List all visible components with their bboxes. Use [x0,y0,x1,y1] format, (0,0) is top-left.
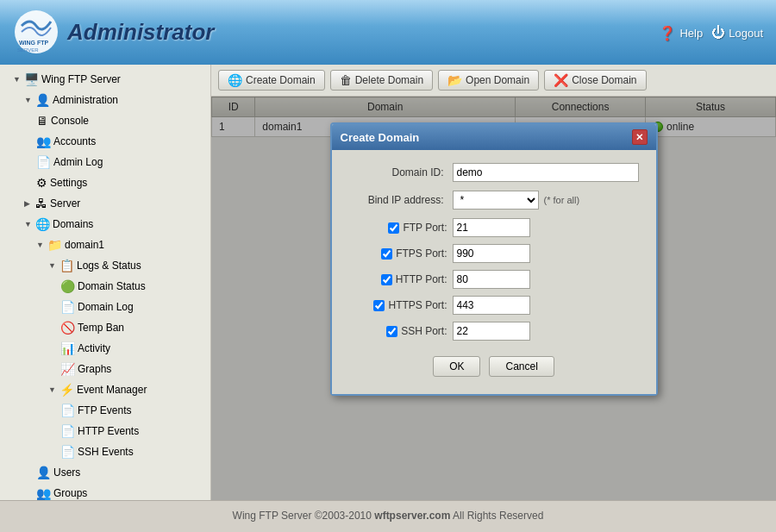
ftp-events-label: FTP Events [78,404,131,416]
ftp-port-input[interactable] [453,218,530,237]
sidebar-item-event-manager[interactable]: ▼ ⚡ Event Manager [0,379,210,400]
sidebar-item-groups[interactable]: 👥 Groups [0,483,210,500]
logs-label: Logs & Status [77,260,141,272]
wing-ftp-icon: 🖥️ [24,72,39,86]
users-icon: 👤 [36,466,51,479]
domain-status-label: Domain Status [78,280,146,292]
http-port-label: HTTP Port: [396,273,447,285]
bind-ip-hint: (* for all) [544,195,580,205]
server-icon: 🖧 [35,197,47,210]
domain-id-input[interactable] [453,163,639,182]
domain-log-icon: 📄 [60,300,75,314]
ftps-port-row: FTPS Port: [349,244,639,263]
ftps-port-label: FTPS Port: [396,247,447,260]
server-label: Server [50,197,80,210]
modal-close-button[interactable]: ✕ [632,129,648,145]
toggle-events[interactable]: ▼ [48,385,57,394]
sidebar-item-administration[interactable]: ▼ 👤 Administration [0,90,210,110]
sidebar-item-graphs[interactable]: 📈 Graphs [0,359,210,379]
header: WING FTP SERVER Administrator ❓ Help ⏻ L… [0,0,776,65]
create-domain-modal: Create Domain ✕ Domain ID: Bind IP addre… [330,122,658,396]
domains-label: Domains [53,218,93,230]
content: 🌐 Create Domain 🗑 Delete Domain 📂 Open D… [211,65,776,500]
domain1-icon: 📁 [47,238,62,252]
main: ▼ 🖥️ Wing FTP Server ▼ 👤 Administration … [0,65,776,500]
graphs-icon: 📈 [60,362,75,376]
https-port-checkbox[interactable] [373,300,385,311]
domain-status-icon: 🟢 [60,279,75,293]
domains-icon: 🌐 [35,217,50,231]
sidebar-item-activity[interactable]: 📊 Activity [0,338,210,359]
activity-icon: 📊 [60,341,75,355]
delete-domain-button[interactable]: 🗑 Delete Domain [330,70,433,91]
toggle-domains[interactable]: ▼ [24,220,33,228]
domain-log-label: Domain Log [78,301,134,313]
sidebar-item-domain-log[interactable]: 📄 Domain Log [0,297,210,317]
sidebar-item-server[interactable]: ▶ 🖧 Server [0,193,210,214]
modal-body: Domain ID: Bind IP address: * (* for all… [332,150,656,394]
sidebar-item-domain1[interactable]: ▼ 📁 domain1 [0,235,210,255]
temp-ban-label: Temp Ban [78,322,124,334]
footer: Wing FTP Server ©2003-2010 wftpserver.co… [0,500,776,530]
sidebar-item-console[interactable]: 🖥 Console [0,110,210,131]
header-title: Administrator [67,19,214,46]
delete-domain-icon: 🗑 [340,73,352,87]
sidebar-item-wing-ftp-server[interactable]: ▼ 🖥️ Wing FTP Server [0,69,210,90]
ftp-events-icon: 📄 [60,404,75,417]
logout-icon: ⏻ [711,25,725,41]
ftps-port-input[interactable] [453,244,530,263]
sidebar-item-users[interactable]: 👤 Users [0,462,210,483]
sidebar-item-ftp-events[interactable]: 📄 FTP Events [0,400,210,421]
toggle-logs[interactable]: ▼ [48,261,57,270]
close-domain-button[interactable]: ❌ Close Domain [544,70,646,91]
users-label: Users [53,466,80,479]
sidebar-item-admin-log[interactable]: 📄 Admin Log [0,152,210,172]
footer-link[interactable]: wftpserver.com [374,510,450,522]
groups-label: Groups [53,487,87,499]
open-domain-button[interactable]: 📂 Open Domain [438,70,539,91]
modal-ok-button[interactable]: OK [433,356,480,377]
ftp-port-label: FTP Port: [403,222,447,234]
sidebar-item-ssh-events[interactable]: 📄 SSH Events [0,441,210,462]
ftp-port-checkbox[interactable] [388,222,399,234]
modal-footer: OK Cancel [349,347,639,381]
logout-button[interactable]: ⏻ Logout [711,24,763,41]
http-events-label: HTTP Events [78,425,139,437]
http-port-checkbox[interactable] [381,274,392,285]
sidebar-item-settings-admin[interactable]: ⚙ Settings [0,172,210,193]
logo-area: WING FTP SERVER Administrator [13,9,214,56]
admin-icon: 👤 [35,93,50,107]
https-port-input[interactable] [453,296,530,315]
http-port-input[interactable] [453,270,530,289]
ftp-port-row: FTP Port: [349,218,639,237]
create-domain-button[interactable]: 🌐 Create Domain [218,70,325,91]
https-port-row: HTTPS Port: [349,296,639,315]
ssh-port-label: SSH Port: [401,325,447,337]
sidebar-item-domains[interactable]: ▼ 🌐 Domains [0,214,210,235]
toggle-admin[interactable]: ▼ [24,96,33,104]
admin-log-icon: 📄 [36,155,51,169]
sidebar-item-domain-status[interactable]: 🟢 Domain Status [0,276,210,297]
sidebar-item-accounts[interactable]: 👥 Accounts [0,131,210,152]
modal-cancel-button[interactable]: Cancel [489,356,554,377]
ssh-port-checkbox[interactable] [386,326,397,337]
bind-ip-row: Bind IP address: * (* for all) [349,191,639,210]
sidebar-item-logs-status[interactable]: ▼ 📋 Logs & Status [0,255,210,276]
toggle-domain1[interactable]: ▼ [36,241,45,249]
toggle-wing-ftp[interactable]: ▼ [13,75,22,84]
toggle-server[interactable]: ▶ [24,199,33,208]
content-wrapper: ID Domain Connections Status 1 domain1 0 [211,97,776,500]
ssh-port-input[interactable] [453,322,530,341]
console-label: Console [51,115,89,127]
wing-ftp-label: Wing FTP Server [41,73,121,85]
svg-text:SERVER: SERVER [17,47,39,53]
help-button[interactable]: ❓ Help [659,24,703,41]
modal-overlay: Create Domain ✕ Domain ID: Bind IP addre… [211,97,776,500]
http-port-row: HTTP Port: [349,270,639,289]
ftps-port-checkbox[interactable] [381,248,392,260]
ssh-events-icon: 📄 [60,445,75,459]
sidebar-item-temp-ban[interactable]: 🚫 Temp Ban [0,317,210,338]
sidebar-item-http-events[interactable]: 📄 HTTP Events [0,421,210,441]
admin-log-label: Admin Log [53,156,103,168]
bind-ip-select[interactable]: * [453,191,539,210]
